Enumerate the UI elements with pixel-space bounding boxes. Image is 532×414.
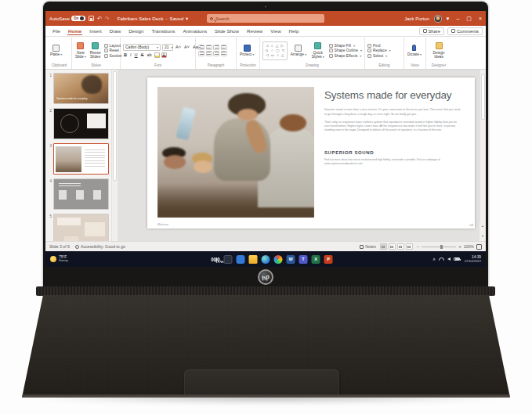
notes-button[interactable]: Notes xyxy=(360,244,376,249)
shape-icon[interactable]: ◇ xyxy=(266,49,269,52)
align-center-button[interactable] xyxy=(206,51,212,56)
search-icon[interactable] xyxy=(212,255,220,264)
word-icon[interactable]: W xyxy=(287,255,295,264)
zoom-slider-knob[interactable] xyxy=(440,245,443,249)
start-icon[interactable] xyxy=(199,255,208,264)
scrollbar-thumb[interactable] xyxy=(113,71,117,181)
volume-icon[interactable] xyxy=(447,257,451,261)
ribbon-tab[interactable]: Review xyxy=(243,27,266,34)
shape-icon[interactable]: ▢ xyxy=(276,49,279,52)
shape-icon[interactable]: ◁ xyxy=(266,53,269,57)
slide-thumbnail[interactable] xyxy=(53,178,109,210)
ribbon-tab[interactable]: Insert xyxy=(85,27,105,34)
user-name[interactable]: Jack Purton xyxy=(404,16,429,21)
shape-icon[interactable]: △ xyxy=(276,44,279,48)
numbering-button[interactable] xyxy=(206,45,212,50)
shape-effects-button[interactable]: Shape Effects xyxy=(329,54,362,58)
title-caret-icon[interactable]: ▾ xyxy=(186,16,188,21)
slide-indicator[interactable]: Slide 3 of 9 xyxy=(49,244,70,249)
accessibility-status[interactable]: Accessibility: Good to go xyxy=(75,244,125,249)
minimize-button[interactable]: – xyxy=(456,16,459,21)
slide-fine-print[interactable]: Find out more about how we've revolution… xyxy=(324,158,451,166)
columns-button[interactable] xyxy=(221,51,227,56)
battery-icon[interactable] xyxy=(454,257,460,261)
ribbon-tab[interactable]: Animations xyxy=(179,27,211,34)
chat-icon[interactable] xyxy=(237,255,245,264)
thumbnail-scrollbar[interactable] xyxy=(112,70,118,241)
protect-button[interactable]: Protect xyxy=(239,45,255,57)
previous-slide-button[interactable]: ▲ xyxy=(481,225,483,228)
strikethrough-button[interactable]: S xyxy=(140,52,145,57)
highlight-color-button[interactable] xyxy=(154,52,160,58)
share-button[interactable]: Share xyxy=(419,27,444,35)
slide-paragraph[interactable]: Superior sound is more than a nice-to-ha… xyxy=(324,108,462,117)
select-button[interactable]: Select xyxy=(367,54,391,58)
clock[interactable]: 14:39 07/04/2022 xyxy=(465,255,481,264)
font-color-button[interactable]: A xyxy=(161,52,167,58)
shape-icon[interactable]: ▷ xyxy=(280,44,284,48)
ribbon-tab[interactable]: File xyxy=(49,27,64,34)
italic-button[interactable]: I xyxy=(129,52,132,57)
shrink-font-button[interactable]: A˅ xyxy=(183,45,190,49)
bold-button[interactable]: B xyxy=(123,52,128,57)
slide-thumbnail[interactable] xyxy=(53,108,109,139)
design-ideas-button[interactable]: Design Ideas xyxy=(429,42,449,59)
comments-button[interactable]: Comments xyxy=(447,27,483,35)
shape-fill-button[interactable]: Shape Fill xyxy=(329,44,362,48)
reuse-slides-button[interactable]: Reuse Slides xyxy=(89,42,102,59)
teams-icon[interactable]: T xyxy=(299,255,308,264)
find-button[interactable]: Find xyxy=(367,44,391,48)
avatar[interactable] xyxy=(434,15,442,23)
font-name-select[interactable]: Calibri (Body) xyxy=(123,44,161,51)
undo-icon[interactable]: ↶ xyxy=(97,16,102,21)
wifi-icon[interactable] xyxy=(439,257,444,261)
shape-icon[interactable]: ▭ xyxy=(271,53,274,57)
zoom-level[interactable]: 100% xyxy=(464,244,474,249)
ribbon-tab[interactable]: Design xyxy=(125,27,147,34)
bullets-button[interactable] xyxy=(198,45,204,50)
shape-icon[interactable]: ○ xyxy=(271,44,273,48)
slide-thumbnail[interactable] xyxy=(53,143,109,175)
slide-title[interactable]: Systems made for everyday xyxy=(324,90,462,101)
new-slide-button[interactable]: New Slide xyxy=(74,42,87,59)
shape-icon[interactable]: ○ xyxy=(277,53,279,57)
slide-thumbnail[interactable] xyxy=(53,214,109,241)
shape-icon[interactable]: ☆ xyxy=(270,49,273,52)
ribbon-options-icon[interactable]: ▾ xyxy=(447,16,450,22)
zoom-in-button[interactable]: + xyxy=(458,244,461,249)
document-title[interactable]: Fabrikam Sales Deck - Saved ▾ xyxy=(118,16,189,21)
zoom-out-button[interactable]: – xyxy=(417,244,419,249)
indent-increase-button[interactable] xyxy=(221,45,227,50)
fit-to-window-icon[interactable] xyxy=(476,244,482,250)
slide-sorter-view-button[interactable] xyxy=(389,243,396,250)
ribbon-tab[interactable]: Slide Show xyxy=(211,27,243,34)
search-input[interactable]: Search xyxy=(207,14,324,23)
quick-styles-button[interactable]: Quick Styles xyxy=(309,42,327,59)
grow-font-button[interactable]: A˄ xyxy=(175,45,182,49)
next-slide-button[interactable]: ▼ xyxy=(481,235,483,238)
slide-paragraph[interactable]: That's why our engineers have crafted a … xyxy=(324,121,462,133)
file-explorer-icon[interactable] xyxy=(249,255,258,264)
restore-button[interactable]: ▢ xyxy=(466,16,472,22)
ribbon-tab[interactable]: Home xyxy=(64,27,85,34)
close-button[interactable]: × xyxy=(479,16,482,21)
weather-widget[interactable]: 75°F Sunny xyxy=(50,255,68,263)
tray-chevron-icon[interactable]: ∧ xyxy=(432,257,436,261)
ribbon-tab[interactable]: View xyxy=(266,27,284,34)
autosave-toggle[interactable]: AutoSave On xyxy=(49,16,85,21)
slide[interactable]: Systems made for everyday Superior sound… xyxy=(147,77,475,229)
paste-button[interactable]: Paste xyxy=(49,45,63,57)
arrange-button[interactable]: Arrange xyxy=(290,45,307,57)
char-spacing-button[interactable]: ab xyxy=(146,52,152,57)
replace-button[interactable]: Replace xyxy=(367,49,391,52)
align-right-button[interactable] xyxy=(213,51,219,56)
edge-icon[interactable] xyxy=(262,255,270,264)
save-icon[interactable] xyxy=(89,16,94,21)
slide-thumbnail[interactable]: Systems made for everyday xyxy=(53,73,109,104)
shape-outline-button[interactable]: Shape Outline xyxy=(329,49,362,52)
photos-icon[interactable] xyxy=(274,255,283,264)
font-size-select[interactable]: 21 xyxy=(162,44,173,51)
reading-view-button[interactable] xyxy=(397,243,404,250)
slideshow-button[interactable] xyxy=(406,243,413,250)
powerpoint-icon[interactable]: P xyxy=(324,255,333,264)
